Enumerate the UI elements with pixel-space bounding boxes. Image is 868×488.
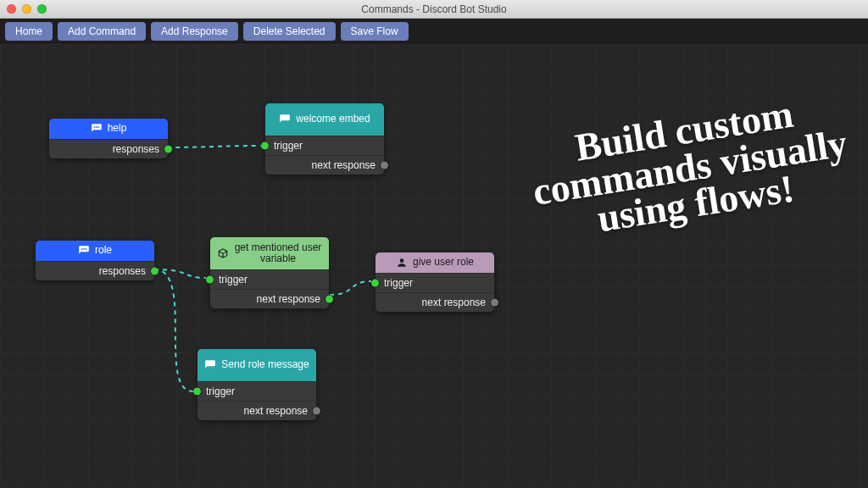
- input-port-icon[interactable]: [371, 280, 379, 287]
- port-label: responses: [99, 265, 146, 277]
- port-label: trigger: [384, 277, 413, 289]
- port-next-response[interactable]: next response: [265, 155, 384, 175]
- input-port-icon[interactable]: [193, 388, 201, 396]
- node-title: role: [95, 245, 112, 256]
- chat-bubble-icon: [204, 359, 216, 371]
- chat-bubble-icon: [279, 114, 291, 125]
- node-header[interactable]: help: [49, 119, 168, 139]
- delete-selected-button[interactable]: Delete Selected: [243, 22, 336, 41]
- port-label: next response: [244, 405, 308, 417]
- port-trigger[interactable]: trigger: [376, 273, 494, 292]
- port-trigger[interactable]: trigger: [198, 381, 316, 401]
- edge-role-to-send: [154, 269, 193, 391]
- output-port-icon[interactable]: [151, 268, 159, 275]
- port-label: next response: [257, 293, 320, 305]
- flow-canvas[interactable]: help responses welcome embed trigger nex…: [0, 44, 868, 488]
- add-command-button[interactable]: Add Command: [58, 22, 146, 41]
- node-header[interactable]: Send role message: [198, 349, 316, 381]
- traffic-lights: [0, 4, 47, 14]
- window-title: Commands - Discord Bot Studio: [0, 3, 868, 15]
- port-label: trigger: [219, 274, 248, 286]
- port-label: trigger: [274, 140, 303, 152]
- node-send-role-message[interactable]: Send role message trigger next response: [198, 349, 316, 420]
- node-role[interactable]: role responses: [36, 241, 154, 280]
- port-responses[interactable]: responses: [36, 261, 154, 280]
- port-next-response[interactable]: next response: [198, 401, 316, 420]
- edge-help-to-welcome: [167, 146, 261, 147]
- node-header[interactable]: role: [36, 241, 154, 261]
- output-port-icon[interactable]: [491, 299, 498, 307]
- node-header[interactable]: welcome embed: [265, 103, 384, 136]
- node-header[interactable]: get mentioned user variable: [210, 237, 329, 269]
- port-label: next response: [422, 297, 486, 308]
- edge-role-to-var: [154, 269, 206, 278]
- chat-bubble-icon: [78, 245, 90, 257]
- node-header[interactable]: give user role: [376, 252, 494, 273]
- output-port-icon[interactable]: [164, 146, 172, 153]
- node-welcome-embed[interactable]: welcome embed trigger next response: [265, 103, 384, 175]
- maximize-window-button[interactable]: [37, 4, 47, 14]
- output-port-icon[interactable]: [381, 162, 388, 169]
- port-label: responses: [113, 143, 159, 155]
- minimize-window-button[interactable]: [22, 4, 31, 14]
- edge-var-to-give: [330, 281, 371, 295]
- input-port-icon[interactable]: [261, 142, 269, 150]
- node-title: Send role message: [221, 359, 309, 370]
- port-trigger[interactable]: trigger: [210, 269, 329, 289]
- close-window-button[interactable]: [7, 4, 16, 14]
- port-trigger[interactable]: trigger: [265, 136, 384, 155]
- window-titlebar: Commands - Discord Bot Studio: [0, 0, 868, 19]
- port-label: next response: [312, 159, 376, 171]
- person-icon: [396, 257, 408, 269]
- port-responses[interactable]: responses: [49, 139, 168, 158]
- node-title: get mentioned user variable: [234, 242, 322, 264]
- port-next-response[interactable]: next response: [210, 289, 329, 308]
- save-flow-button[interactable]: Save Flow: [341, 22, 409, 41]
- output-port-icon[interactable]: [313, 408, 320, 415]
- port-next-response[interactable]: next response: [376, 292, 494, 312]
- node-help[interactable]: help responses: [49, 119, 168, 158]
- node-title: help: [108, 123, 127, 134]
- node-give-user-role[interactable]: give user role trigger next response: [376, 252, 494, 312]
- output-port-icon[interactable]: [326, 296, 333, 303]
- input-port-icon[interactable]: [206, 276, 214, 284]
- chat-bubble-icon: [91, 123, 103, 135]
- port-label: trigger: [206, 385, 235, 397]
- add-response-button[interactable]: Add Response: [151, 22, 238, 41]
- node-title: welcome embed: [296, 114, 370, 125]
- cube-icon: [217, 247, 229, 259]
- node-get-mentioned-user-variable[interactable]: get mentioned user variable trigger next…: [210, 237, 329, 308]
- toolbar: Home Add Command Add Response Delete Sel…: [0, 19, 868, 44]
- marketing-overlay-text: Build custom commands visually using flo…: [497, 83, 868, 251]
- node-title: give user role: [413, 257, 474, 268]
- home-button[interactable]: Home: [5, 22, 53, 41]
